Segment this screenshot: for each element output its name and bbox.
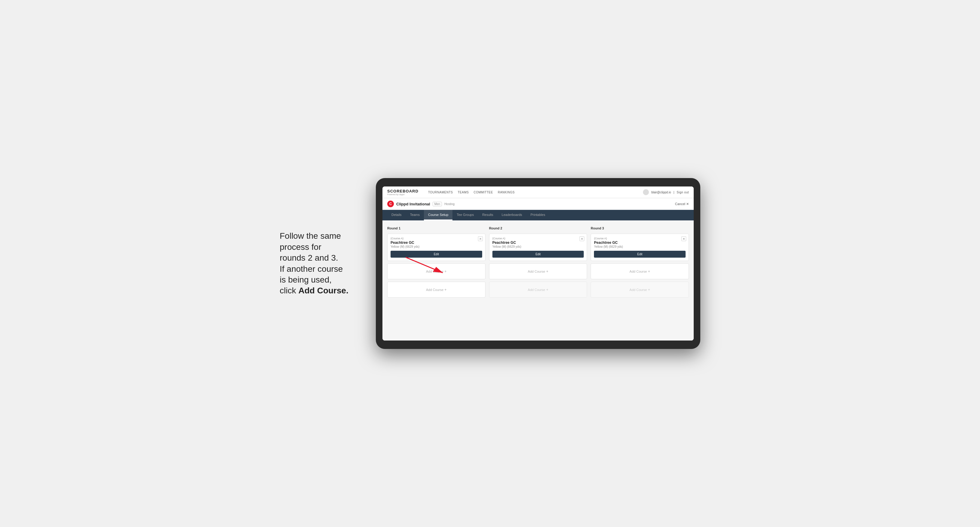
scoreboard-logo: SCOREBOARD Powered by clippd <box>387 189 418 195</box>
add-course-r3-2-text: Add Course <box>629 288 647 292</box>
tab-results[interactable]: Results <box>478 210 498 221</box>
top-nav: SCOREBOARD Powered by clippd TOURNAMENTS… <box>382 186 694 198</box>
tab-teams[interactable]: Teams <box>406 210 424 221</box>
add-course-r2-1-plus: + <box>546 269 549 273</box>
tab-details[interactable]: Details <box>387 210 406 221</box>
nav-links: TOURNAMENTS TEAMS COMMITTEE RANKINGS <box>428 190 637 194</box>
sign-out-link[interactable]: Sign out <box>676 190 689 194</box>
add-course-r2-2-plus: + <box>546 287 549 292</box>
logo-sub-text: Powered by clippd <box>387 194 418 195</box>
round-2-title: Round 2 <box>489 226 587 230</box>
round-3-add-course-2-disabled: Add Course + <box>591 282 689 298</box>
nav-separator: | <box>674 190 675 194</box>
main-content: Round 1 ✕ (Course A) Peachtree GC Yellow… <box>382 221 694 341</box>
round-1-title: Round 1 <box>387 226 485 230</box>
instruction-bold: Add Course. <box>298 286 348 295</box>
tab-course-setup[interactable]: Course Setup <box>424 210 452 221</box>
instruction-line6: click <box>280 286 298 295</box>
round-2-column: Round 2 ✕ (Course A) Peachtree GC Yellow… <box>489 226 587 298</box>
round-1-course-name: Peachtree GC <box>391 241 482 245</box>
round-3-add-course-1[interactable]: Add Course + <box>591 264 689 279</box>
instruction-line3: rounds 2 and 3. <box>280 253 338 262</box>
round-1-course-card: ✕ (Course A) Peachtree GC Yellow (M) (66… <box>387 233 485 261</box>
nav-teams[interactable]: TEAMS <box>458 190 469 194</box>
nav-tournaments[interactable]: TOURNAMENTS <box>428 190 453 194</box>
add-course-2-plus: + <box>444 287 447 292</box>
instruction-line1: Follow the same <box>280 231 341 241</box>
round-1-edit-button[interactable]: Edit <box>391 251 482 258</box>
round-3-edit-button[interactable]: Edit <box>594 251 686 258</box>
round-2-add-course-1[interactable]: Add Course + <box>489 264 587 279</box>
round-2-add-course-2-disabled: Add Course + <box>489 282 587 298</box>
clippd-logo: C <box>387 201 394 207</box>
round-2-course-label: (Course A) <box>492 237 584 240</box>
instruction-line5: is being used, <box>280 275 332 284</box>
user-email: blair@clippd.io <box>651 190 671 194</box>
sub-header-left: C Clippd Invitational Men Hosting <box>387 201 455 207</box>
round-3-column: Round 3 ✕ (Course A) Peachtree GC Yellow… <box>591 226 689 298</box>
round-2-course-name: Peachtree GC <box>492 241 584 245</box>
round-1-course-label: (Course A) <box>391 237 482 240</box>
add-course-r3-1-text: Add Course <box>629 270 647 273</box>
round-3-course-name: Peachtree GC <box>594 241 686 245</box>
round-2-edit-button[interactable]: Edit <box>492 251 584 258</box>
round-1-add-course-1[interactable]: Add Course + <box>387 264 485 279</box>
round-3-delete-icon[interactable]: ✕ <box>681 237 686 241</box>
instruction-line2: process for <box>280 242 321 252</box>
add-course-r3-2-plus: + <box>648 287 650 292</box>
round-1-column: Round 1 ✕ (Course A) Peachtree GC Yellow… <box>387 226 485 298</box>
add-course-1-plus: + <box>444 269 447 273</box>
nav-rankings[interactable]: RANKINGS <box>498 190 515 194</box>
instruction-text: Follow the same process for rounds 2 and… <box>280 231 364 296</box>
round-3-title: Round 3 <box>591 226 689 230</box>
gender-badge: Men <box>433 202 442 206</box>
tab-leaderboards[interactable]: Leaderboards <box>498 210 527 221</box>
add-course-2-text: Add Course <box>426 288 444 292</box>
page-container: Follow the same process for rounds 2 and… <box>280 178 700 349</box>
round-2-course-details: Yellow (M) (6629 yds) <box>492 245 584 248</box>
add-course-r3-1-plus: + <box>648 269 650 273</box>
tablet-screen: SCOREBOARD Powered by clippd TOURNAMENTS… <box>382 186 694 341</box>
round-1-delete-icon[interactable]: ✕ <box>478 237 483 241</box>
cancel-button[interactable]: Cancel ✕ <box>675 202 689 206</box>
rounds-grid: Round 1 ✕ (Course A) Peachtree GC Yellow… <box>387 226 689 298</box>
round-3-course-details: Yellow (M) (6629 yds) <box>594 245 686 248</box>
sub-header: C Clippd Invitational Men Hosting Cancel… <box>382 198 694 210</box>
tab-printables[interactable]: Printables <box>527 210 549 221</box>
logo-main-text: SCOREBOARD <box>387 189 418 194</box>
tab-tee-groups[interactable]: Tee Groups <box>452 210 478 221</box>
tournament-name: Clippd Invitational <box>396 202 430 206</box>
tabs-bar: Details Teams Course Setup Tee Groups Re… <box>382 210 694 221</box>
round-1-course-details: Yellow (M) (6629 yds) <box>391 245 482 248</box>
round-2-course-card: ✕ (Course A) Peachtree GC Yellow (M) (66… <box>489 233 587 261</box>
instruction-line4: If another course <box>280 264 343 273</box>
nav-right: blair@clippd.io | Sign out <box>643 189 689 195</box>
round-3-course-label: (Course A) <box>594 237 686 240</box>
round-1-add-course-2[interactable]: Add Course + <box>387 282 485 298</box>
add-course-r2-2-text: Add Course <box>528 288 545 292</box>
tablet-device: SCOREBOARD Powered by clippd TOURNAMENTS… <box>376 178 700 349</box>
nav-committee[interactable]: COMMITTEE <box>474 190 493 194</box>
hosting-badge: Hosting <box>444 202 455 206</box>
round-2-delete-icon[interactable]: ✕ <box>579 237 584 241</box>
add-course-r2-1-text: Add Course <box>528 270 545 273</box>
round-3-course-card: ✕ (Course A) Peachtree GC Yellow (M) (66… <box>591 233 689 261</box>
user-avatar <box>643 189 649 195</box>
add-course-1-text: Add Course <box>426 270 444 273</box>
